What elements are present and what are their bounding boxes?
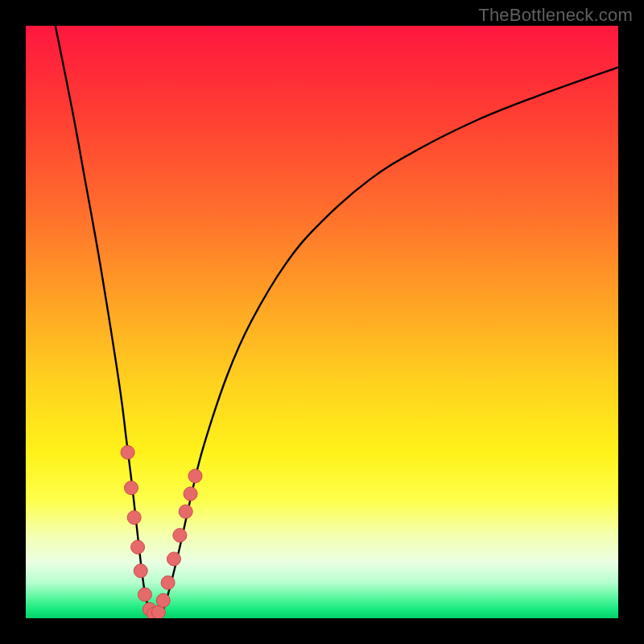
plot-area (26, 26, 618, 618)
marker-dot (161, 576, 175, 589)
marker-dot (127, 510, 141, 524)
marker-dot (138, 588, 151, 601)
trough-markers (121, 445, 202, 618)
watermark-text: TheBottleneck.com (478, 5, 633, 26)
marker-dot (121, 445, 134, 459)
curve-layer (26, 26, 618, 618)
marker-dot (134, 564, 147, 578)
marker-dot (125, 481, 138, 495)
marker-dot (179, 505, 192, 518)
marker-dot (131, 540, 145, 554)
marker-dot (156, 593, 170, 607)
bottleneck-curve (56, 26, 618, 616)
marker-dot (173, 528, 187, 542)
marker-dot (188, 469, 202, 483)
marker-dot (184, 487, 197, 501)
marker-dot (167, 552, 181, 566)
chart-frame: TheBottleneck.com (0, 0, 644, 644)
